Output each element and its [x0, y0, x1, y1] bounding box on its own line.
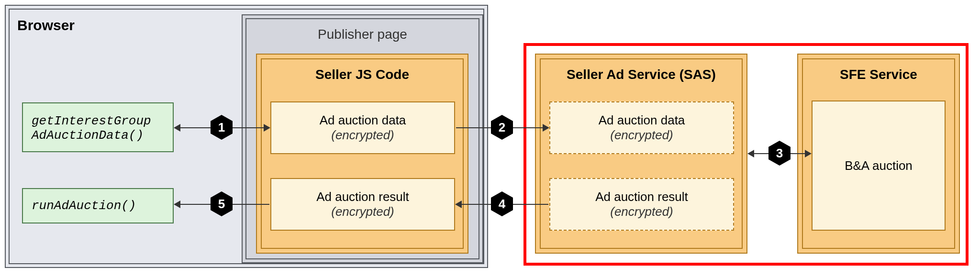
step-5-num: 5 — [218, 197, 225, 212]
sas-ad-data-l1: Ad auction data — [599, 113, 685, 128]
sfe-auction-text: B&A auction — [845, 158, 913, 173]
sfe-title: SFE Service — [798, 67, 959, 82]
sas-ad-data: Ad auction data (encrypted) — [549, 101, 734, 154]
seller-js-title: Seller JS Code — [257, 67, 468, 82]
step-4-badge: 4 — [491, 191, 513, 216]
sas-ad-result-l2: (encrypted) — [610, 204, 673, 219]
sas-ad-data-l2: (encrypted) — [610, 128, 673, 143]
api1-line2: AdAuctionData() — [32, 128, 144, 143]
step-3-num: 3 — [776, 146, 783, 161]
api-run-ad-auction: runAdAuction() — [22, 188, 174, 223]
sas-ad-result: Ad auction result (encrypted) — [549, 178, 734, 231]
seller-js-ad-result: Ad auction result (encrypted) — [270, 178, 455, 231]
step-4-num: 4 — [499, 197, 505, 212]
browser-title: Browser — [17, 17, 75, 33]
seller-js-ad-data-l1: Ad auction data — [320, 113, 406, 128]
api1-line1: getInterestGroup — [32, 114, 151, 128]
api2-text: runAdAuction() — [32, 199, 136, 213]
sas-title: Seller Ad Service (SAS) — [536, 67, 746, 82]
step-1-num: 1 — [218, 120, 225, 135]
seller-js-ad-result-l2: (encrypted) — [331, 204, 394, 219]
diagram-canvas: Browser getInterestGroup AdAuctionData()… — [0, 0, 980, 279]
publisher-title: Publisher page — [243, 27, 482, 42]
step-2-num: 2 — [499, 120, 505, 135]
seller-js-ad-result-l1: Ad auction result — [316, 190, 409, 204]
sfe-auction-box: B&A auction — [812, 100, 946, 231]
step-2-badge: 2 — [491, 115, 513, 140]
sas-ad-result-l1: Ad auction result — [595, 190, 688, 204]
api-get-interest-group: getInterestGroup AdAuctionData() — [22, 102, 174, 152]
seller-js-ad-data-l2: (encrypted) — [331, 128, 394, 143]
seller-js-ad-data: Ad auction data (encrypted) — [270, 101, 455, 154]
